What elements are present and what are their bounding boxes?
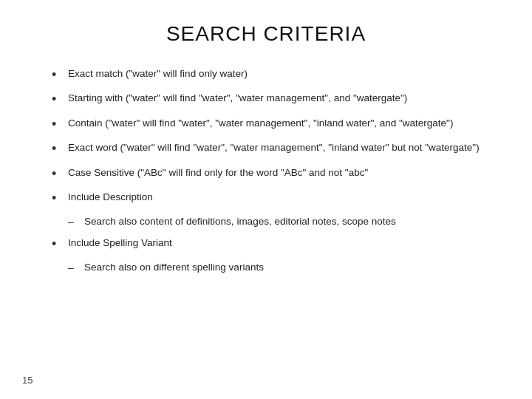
content-area: • Exact match ("water" will find only wa… <box>44 66 488 275</box>
sub-item-text: Search also content of definitions, imag… <box>84 214 488 229</box>
bullet-icon: • <box>52 116 65 133</box>
item-text: Starting with ("water" will find "water"… <box>68 91 488 106</box>
list-item: • Include Spelling Variant <box>52 236 488 253</box>
list-item: • Include Description <box>52 190 488 207</box>
bullet-icon: • <box>52 166 65 183</box>
bullet-icon: • <box>52 91 65 108</box>
bullet-icon: • <box>52 140 65 157</box>
item-text: Include Spelling Variant <box>68 236 488 250</box>
list-item: • Starting with ("water" will find "wate… <box>52 91 488 108</box>
item-text: Case Sensitive ("ABc" will find only for… <box>68 166 488 180</box>
bullet-icon: • <box>52 190 65 207</box>
page-number: 15 <box>22 375 33 386</box>
list-item: • Exact word ("water" will find "water",… <box>52 140 488 157</box>
item-text: Exact word ("water" will find "water", "… <box>68 140 488 155</box>
list-item: • Case Sensitive ("ABc" will find only f… <box>52 166 488 183</box>
page: SEARCH CRITERIA • Exact match ("water" w… <box>0 0 532 399</box>
dash-icon: – <box>68 260 81 275</box>
item-text: Exact match ("water" will find only wate… <box>68 66 488 81</box>
bullet-icon: • <box>52 66 65 83</box>
bullet-icon: • <box>52 236 65 253</box>
list-item: • Exact match ("water" will find only wa… <box>52 66 488 83</box>
item-text: Contain ("water" will find "water", "wat… <box>68 116 488 131</box>
page-title: SEARCH CRITERIA <box>44 22 488 46</box>
sub-list-item: – Search also on different spelling vari… <box>68 260 488 275</box>
sub-list-item: – Search also content of definitions, im… <box>68 214 488 229</box>
dash-icon: – <box>68 214 81 229</box>
list-item: • Contain ("water" will find "water", "w… <box>52 116 488 133</box>
sub-item-text: Search also on different spelling varian… <box>84 260 488 275</box>
item-text: Include Description <box>68 190 488 205</box>
